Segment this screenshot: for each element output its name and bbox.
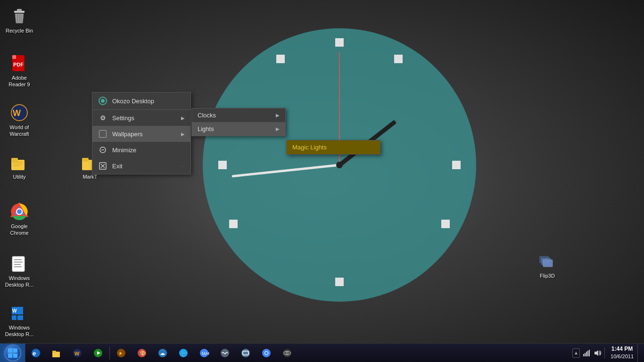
svg-rect-24 xyxy=(14,259,22,260)
submenu-lights-item[interactable]: Lights ▶ Magic Lights xyxy=(192,122,285,136)
wallpapers-arrow: ▶ xyxy=(181,132,185,137)
chrome-label: GoogleChrome xyxy=(2,223,36,237)
context-menu-main: Okozo Desktop ⚙ Settings ▶ Wallpapers ▶ xyxy=(92,92,191,174)
svg-rect-48 xyxy=(13,354,17,358)
svg-rect-14 xyxy=(13,162,23,163)
magic-lights-item[interactable]: Magic Lights xyxy=(287,140,380,154)
menu-item-minimize[interactable]: Minimize xyxy=(92,142,190,158)
taskbar-explorer[interactable] xyxy=(46,344,67,362)
svg-text:★: ★ xyxy=(118,351,123,356)
taskbar-chrome[interactable] xyxy=(256,344,277,362)
svg-rect-52 xyxy=(52,351,56,353)
windesktop-icon: W xyxy=(10,304,29,322)
menu-item-exit[interactable]: Exit ⋯ xyxy=(92,158,190,174)
clock-center xyxy=(336,162,343,168)
svg-rect-30 xyxy=(17,315,23,320)
desktop-icon-wow[interactable]: W World ofWarcraft xyxy=(2,101,36,140)
context-menu: Okozo Desktop ⚙ Settings ▶ Wallpapers ▶ xyxy=(92,92,191,174)
utility-label: Utility xyxy=(2,173,36,180)
svg-rect-34 xyxy=(543,260,553,267)
minimize-icon xyxy=(98,145,107,155)
desktop-icon-adobe-reader[interactable]: PDF AdobeReader 9 xyxy=(2,52,36,90)
svg-rect-39 xyxy=(99,131,106,137)
start-button[interactable] xyxy=(0,344,25,362)
svg-rect-77 xyxy=(583,354,584,356)
exit-label: Exit xyxy=(112,163,123,170)
tray-icons xyxy=(582,348,603,358)
lights-arrow: ▶ xyxy=(276,126,280,132)
svg-rect-13 xyxy=(11,158,18,162)
windesktop-label: WindowsDesktop R... xyxy=(2,324,36,338)
sysinfo-icon xyxy=(10,254,29,273)
chrome-icon xyxy=(10,202,29,221)
clock-face xyxy=(203,28,476,302)
desktop-icon-utility[interactable]: Utility xyxy=(2,151,36,182)
submenu-lights: Magic Lights xyxy=(286,140,380,155)
desktop-icon-flip3d[interactable]: Flip3D xyxy=(530,250,564,281)
taskbar-okozo-eye[interactable] xyxy=(277,344,297,362)
context-menu-header: Okozo Desktop xyxy=(92,92,190,110)
taskbar-webdings[interactable] xyxy=(215,344,235,362)
taskbar-weather[interactable]: ☁ xyxy=(152,344,173,362)
tray-expand-button[interactable]: ▲ xyxy=(572,348,580,358)
svg-rect-18 xyxy=(82,158,89,162)
svg-rect-16 xyxy=(13,165,20,166)
tray-clock[interactable]: 1:44 PM 10/6/2011 xyxy=(607,345,637,360)
tray-volume-icon[interactable] xyxy=(593,348,603,358)
taskbar: e W ★ xyxy=(0,343,644,362)
start-orb xyxy=(4,345,21,362)
menu-item-wallpapers[interactable]: Wallpapers ▶ Clocks ▶ Lights ▶ Magic xyxy=(92,126,190,142)
wow-icon: W xyxy=(10,103,29,122)
svg-text:W: W xyxy=(74,351,80,356)
taskbar-okozo[interactable]: ★ xyxy=(111,344,132,362)
flip3d-icon xyxy=(538,252,557,271)
svg-rect-46 xyxy=(13,348,17,353)
taskbar-paint[interactable]: 🎨 xyxy=(132,344,152,362)
svg-point-67 xyxy=(221,349,229,357)
taskbar-media[interactable] xyxy=(88,344,108,362)
svg-text:🐦: 🐦 xyxy=(181,350,187,356)
submenu-clocks-item[interactable]: Clocks ▶ xyxy=(192,108,285,122)
tray-network-icon[interactable] xyxy=(582,348,591,358)
utility-icon xyxy=(10,153,29,172)
okozo-menu-icon xyxy=(98,96,107,106)
svg-rect-45 xyxy=(8,348,12,353)
desktop-icon-chrome[interactable]: GoogleChrome xyxy=(2,200,36,239)
svg-text:☁: ☁ xyxy=(160,350,165,356)
svg-point-72 xyxy=(265,352,268,354)
taskbar-separator-1 xyxy=(109,346,110,360)
submenu-wallpapers: Clocks ▶ Lights ▶ Magic Lights xyxy=(191,108,286,136)
desktop: Recycle Bin PDF AdobeReader 9 W World of… xyxy=(0,0,644,343)
desktop-icon-recycle-bin[interactable]: Recycle Bin xyxy=(2,5,36,36)
svg-rect-80 xyxy=(587,351,588,356)
desktop-icon-sysinfo[interactable]: Windows Desktop R... xyxy=(2,252,36,290)
desktop-icon-windesktop[interactable]: W WindowsDesktop R... xyxy=(2,302,36,340)
adobe-reader-label: AdobeReader 9 xyxy=(2,74,36,88)
exit-dots: ⋯ xyxy=(180,164,185,169)
svg-rect-26 xyxy=(14,264,21,265)
svg-text:W: W xyxy=(13,108,21,118)
svg-rect-79 xyxy=(586,352,587,356)
svg-rect-27 xyxy=(14,266,22,267)
magic-lights-label: Magic Lights xyxy=(292,144,327,151)
menu-item-settings[interactable]: ⚙ Settings ▶ xyxy=(92,110,190,126)
taskbar-twitter[interactable]: 🐦 xyxy=(173,344,194,362)
svg-rect-1 xyxy=(17,9,22,11)
lights-label: Lights xyxy=(198,125,214,132)
taskbar-ie[interactable]: e xyxy=(25,344,46,362)
wallpapers-label: Wallpapers xyxy=(112,131,143,138)
tray-time: 1:44 PM xyxy=(611,345,633,353)
taskbar-icon-11[interactable] xyxy=(235,344,256,362)
recycle-bin-label: Recycle Bin xyxy=(2,27,36,34)
svg-rect-25 xyxy=(14,262,23,263)
show-desktop-button[interactable] xyxy=(637,344,640,362)
svg-rect-47 xyxy=(8,354,12,358)
taskbar-wow[interactable]: W xyxy=(67,344,88,362)
taskbar-maps[interactable]: MAP xyxy=(194,344,215,362)
svg-text:MAP: MAP xyxy=(202,351,209,356)
system-tray: ▲ 1:44 P xyxy=(569,344,644,362)
okozo-menu-label: Okozo Desktop xyxy=(112,98,154,105)
svg-rect-78 xyxy=(585,353,586,356)
clocks-label: Clocks xyxy=(198,112,216,119)
settings-label: Settings xyxy=(112,115,134,122)
